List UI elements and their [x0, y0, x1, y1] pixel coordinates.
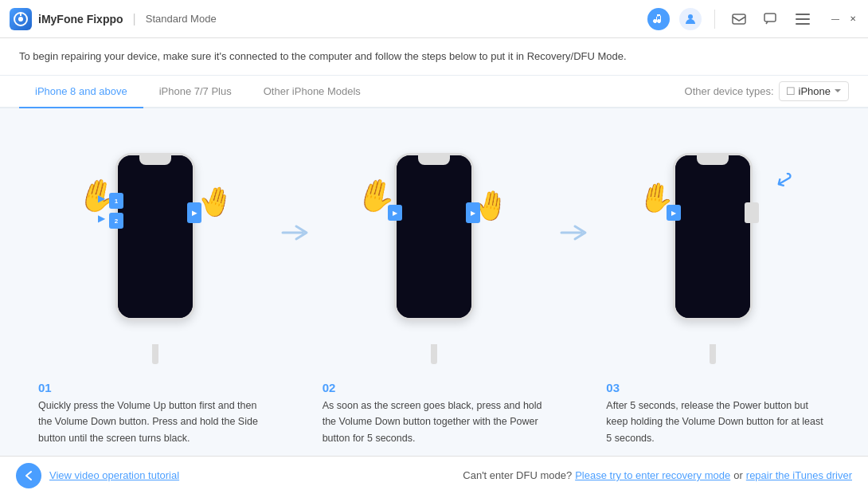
phone-body-3: [673, 153, 753, 320]
svg-rect-7: [796, 18, 810, 20]
step-number-1: 01: [38, 381, 262, 394]
step-text-1: 01 Quickly press the Volume Up button fi…: [32, 381, 268, 446]
phone-body-1: [115, 153, 195, 320]
step-number-2: 02: [323, 381, 546, 394]
title-divider: |: [133, 12, 136, 26]
svg-rect-8: [796, 23, 810, 25]
svg-rect-4: [733, 14, 745, 24]
chevron-down-icon: [834, 88, 842, 94]
arrow-right-icon-1: [279, 221, 311, 245]
menu-icon-btn[interactable]: [792, 8, 814, 30]
device-dropdown-text: iPhone: [799, 85, 831, 97]
step-image-2: 🤚 🤚 ▶ ▶: [311, 145, 557, 352]
svg-rect-6: [796, 14, 810, 15]
phone-icon: ☐: [786, 85, 796, 97]
video-tutorial-link[interactable]: View video operation tutorial: [49, 469, 179, 481]
phone-body-2: [394, 153, 474, 320]
separator: [714, 10, 715, 29]
bottom-bar: View video operation tutorial Can't ente…: [0, 456, 868, 494]
svg-point-1: [18, 17, 23, 22]
svg-point-3: [688, 14, 693, 19]
phone-illustration-3: 🤚 ↩ ▶: [649, 145, 776, 352]
minimize-button[interactable]: —: [830, 14, 841, 25]
arrow-right-icon-2: [557, 221, 589, 245]
itunes-driver-link[interactable]: repair the iTunes driver: [746, 469, 852, 481]
music-icon-btn[interactable]: [647, 8, 670, 30]
or-text: or: [733, 469, 743, 481]
phone-screen-2: [397, 155, 471, 318]
dfu-note-text: Can't enter DFU mode?: [463, 469, 572, 481]
steps-area: 🤚 🤚 1 2 ▶ ▶ ▶: [0, 108, 868, 456]
recovery-mode-link[interactable]: Please try to enter recovery mode: [575, 469, 730, 481]
description-bar: To begin repairing your device, make sur…: [0, 38, 868, 76]
main-content: To begin repairing your device, make sur…: [0, 38, 868, 456]
step-number-3: 03: [606, 381, 830, 394]
other-device-selector: Other device types: ☐ iPhone: [685, 81, 849, 101]
phone-illustration-1: 🤚 🤚 1 2 ▶ ▶ ▶: [92, 145, 219, 352]
step-image-3: 🤚 ↩ ▶: [589, 145, 836, 352]
step-desc-2: As soon as the screen goes black, press …: [323, 400, 542, 444]
vol-down-2-indicator: ▶: [388, 205, 402, 221]
vol-arrow-1: ▶: [98, 193, 105, 204]
steps-images: 🤚 🤚 1 2 ▶ ▶ ▶: [32, 124, 836, 373]
vol-down-indicator: 2: [109, 213, 123, 229]
bottom-right: Can't enter DFU mode? Please try to ente…: [179, 469, 852, 481]
window-controls: — ✕: [830, 14, 858, 25]
app-title: iMyFone Fixppo: [38, 13, 123, 25]
power-release-indicator: [745, 202, 759, 223]
cable-1: [152, 344, 158, 364]
tabs-bar: iPhone 8 and above iPhone 7/7 Plus Other…: [0, 76, 868, 108]
svg-rect-5: [764, 14, 776, 22]
power-btn-indicator: ▶: [466, 202, 480, 223]
tab-other-iphone[interactable]: Other iPhone Models: [248, 76, 377, 108]
tab-iphone7[interactable]: iPhone 7/7 Plus: [143, 76, 248, 108]
vol-up-indicator: 1: [109, 193, 123, 209]
phone-notch-2: [418, 155, 450, 165]
description-text: To begin repairing your device, make sur…: [19, 50, 627, 62]
title-bar-left: iMyFone Fixppo | Standard Mode: [10, 8, 647, 30]
side-btn-indicator: ▶: [187, 202, 201, 223]
phone-screen-1: [118, 155, 193, 318]
vol-arrow-2: ▶: [98, 213, 105, 224]
phone-notch-1: [139, 155, 171, 165]
other-device-label: Other device types:: [685, 85, 774, 97]
back-arrow-icon: [23, 470, 34, 481]
arrow-1: [279, 221, 311, 276]
cable-2: [431, 344, 437, 364]
app-logo: [10, 8, 32, 30]
step-desc-1: Quickly press the Volume Up button first…: [38, 400, 258, 444]
title-bar: iMyFone Fixppo | Standard Mode: [0, 0, 868, 38]
step-desc-3: After 5 seconds, release the Power butto…: [606, 400, 823, 444]
arrow-2: [557, 221, 589, 276]
close-button[interactable]: ✕: [847, 14, 858, 25]
tab-iphone8[interactable]: iPhone 8 and above: [19, 76, 143, 108]
app-mode: Standard Mode: [146, 13, 217, 25]
chat-icon-btn[interactable]: [760, 8, 782, 30]
back-button[interactable]: [16, 463, 41, 488]
phone-notch-3: [697, 155, 729, 165]
release-arrow-icon: ↩: [770, 164, 799, 196]
phone-illustration-2: 🤚 🤚 ▶ ▶: [370, 145, 498, 352]
device-dropdown[interactable]: ☐ iPhone: [779, 81, 849, 101]
mail-icon-btn[interactable]: [728, 8, 750, 30]
step-text-2: 02 As soon as the screen goes black, pre…: [316, 381, 553, 446]
phone-screen-3: [675, 155, 750, 318]
step-text-3: 03 After 5 seconds, release the Power bu…: [600, 381, 836, 446]
title-bar-icons: — ✕: [647, 8, 858, 30]
user-icon-btn[interactable]: [679, 8, 702, 30]
vol-down-3-indicator: ▶: [667, 205, 681, 221]
step-image-1: 🤚 🤚 1 2 ▶ ▶ ▶: [32, 145, 279, 352]
steps-text: 01 Quickly press the Volume Up button fi…: [32, 373, 836, 456]
cable-3: [710, 344, 716, 364]
